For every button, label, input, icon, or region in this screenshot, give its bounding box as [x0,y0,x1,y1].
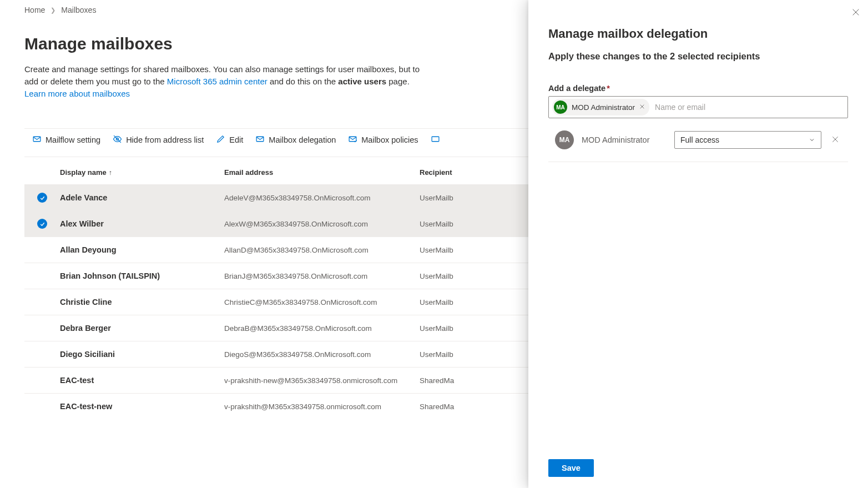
checkmark-icon [37,193,47,203]
remove-chip-button[interactable] [639,103,645,111]
svg-rect-5 [432,137,439,142]
row-display-name: Allan Deyoung [60,245,224,254]
admin-center-link[interactable]: Microsoft 365 admin center [167,77,268,86]
hide-icon [113,134,122,145]
delegation-icon [255,134,265,145]
learn-more-link[interactable]: Learn more about mailboxes [24,89,130,98]
delegate-picker[interactable]: MA MOD Administrator [548,96,848,118]
delegation-panel: Manage mailbox delegation Apply these ch… [528,0,868,419]
column-email[interactable]: Email address [224,168,420,177]
avatar: MA [555,130,574,149]
row-display-name: Debra Berger [60,324,224,333]
row-selector[interactable] [24,219,60,229]
close-icon [851,8,860,17]
row-display-name: EAC-test [60,376,224,385]
close-icon [639,104,645,109]
avatar: MA [554,100,567,114]
panel-title: Manage mailbox delegation [548,27,848,41]
checkmark-icon [37,219,47,229]
row-display-name: Diego Siciliani [60,350,224,359]
chevron-right-icon: ❯ [51,7,55,14]
breadcrumb-home[interactable]: Home [24,6,45,14]
edit-button[interactable]: Edit [216,134,243,145]
page-description: Create and manage settings for shared ma… [24,63,424,99]
breadcrumb-current: Mailboxes [61,6,96,14]
row-display-name: Brian Johnson (TAILSPIN) [60,271,224,280]
row-email: AlexW@M365x38349758.OnMicrosoft.com [224,220,420,228]
row-display-name: Christie Cline [60,298,224,306]
policies-icon [348,134,357,145]
row-email: AllanD@M365x38349758.OnMicrosoft.com [224,246,420,254]
close-icon [831,135,839,143]
mailbox-delegation-button[interactable]: Mailbox delegation [255,134,336,145]
row-selector[interactable] [24,193,60,203]
row-display-name: Alex Wilber [60,219,224,228]
mailflow-icon [32,134,42,145]
delegate-row-name: MOD Administrator [582,135,667,144]
sort-ascending-icon: ↑ [109,169,112,177]
row-email: v-prakshith-new@M365x38349758.onmicrosof… [224,376,420,385]
row-email: DiegoS@M365x38349758.OnMicrosoft.com [224,350,420,359]
close-panel-button[interactable] [851,8,860,19]
delegate-permission-row: MA MOD Administrator Full access [548,118,848,162]
row-display-name: Adele Vance [60,193,224,202]
add-delegate-label: Add a delegate* [548,84,848,93]
hide-from-list-button[interactable]: Hide from address list [113,134,204,145]
row-display-name: EAC-test-new [60,402,224,411]
row-email: ChristieC@M365x38349758.OnMicrosoft.com [224,298,420,306]
row-email: BrianJ@M365x38349758.OnMicrosoft.com [224,272,420,280]
chevron-down-icon [809,137,815,143]
permission-select[interactable]: Full access [674,131,821,149]
panel-subtitle: Apply these changes to the 2 selected re… [548,51,848,62]
row-email: AdeleV@M365x38349758.OnMicrosoft.com [224,194,420,202]
column-display-name[interactable]: Display name↑ [60,168,224,177]
toolbar-more[interactable] [431,134,440,145]
row-email: DebraB@M365x38349758.OnMicrosoft.com [224,324,420,333]
remove-delegate-button[interactable] [829,133,841,147]
row-email: v-prakshith@M365x38349758.onmicrosoft.co… [224,403,420,411]
mailbox-policies-button[interactable]: Mailbox policies [348,134,418,145]
delegate-search-input[interactable] [654,102,844,112]
mailflow-setting-button[interactable]: Mailflow setting [32,134,100,145]
chip-name: MOD Administrator [572,103,635,112]
delegate-chip: MA MOD Administrator [552,99,649,115]
more-icon [431,134,440,145]
edit-icon [216,134,225,145]
